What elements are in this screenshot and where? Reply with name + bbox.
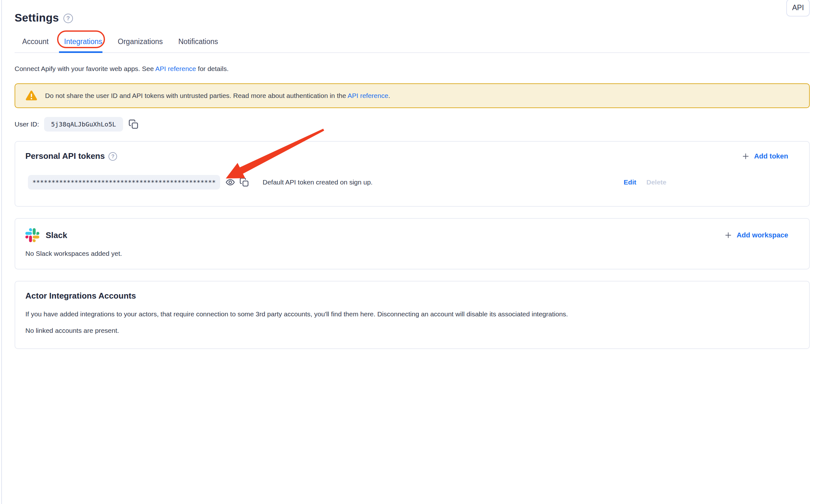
token-actions: Edit Delete <box>624 178 666 186</box>
slack-card-header: Slack Add workspace <box>25 228 796 242</box>
actor-integrations-card: Actor Integrations Accounts If you have … <box>15 281 810 349</box>
token-description: Default API token created on sign up. <box>263 178 373 186</box>
slack-logo-icon <box>25 228 39 242</box>
masked-token-field[interactable]: ****************************************… <box>28 175 220 190</box>
tab-notifications[interactable]: Notifications <box>171 33 226 52</box>
slack-title-wrap: Slack <box>25 228 67 242</box>
edit-token-button[interactable]: Edit <box>624 178 636 186</box>
title-row: Settings ? <box>15 11 810 24</box>
tokens-card-title: Personal API tokens <box>25 151 105 161</box>
personal-api-tokens-card: Personal API tokens ? Add token ********… <box>15 141 810 207</box>
warning-text-after: . <box>388 92 390 99</box>
slack-card: Slack Add workspace No Slack workspaces … <box>15 218 810 269</box>
user-id-row: User ID: 5j38qALJbGuXhLo5L <box>15 117 810 132</box>
warning-icon <box>25 90 37 101</box>
tab-account[interactable]: Account <box>15 33 56 52</box>
warning-text: Do not share the user ID and API tokens … <box>45 92 390 100</box>
actor-card-empty-text: No linked accounts are present. <box>25 327 796 334</box>
add-workspace-button[interactable]: Add workspace <box>724 231 788 239</box>
settings-help-icon[interactable]: ? <box>63 14 73 23</box>
warning-text-before: Do not share the user ID and API tokens … <box>45 92 347 99</box>
tokens-help-icon[interactable]: ? <box>108 152 117 161</box>
tab-integrations-label: Integrations <box>64 37 102 46</box>
api-button[interactable]: API <box>786 0 810 16</box>
tokens-card-header: Personal API tokens ? Add token <box>25 151 796 161</box>
warning-banner: Do not share the user ID and API tokens … <box>15 83 810 108</box>
add-token-button[interactable]: Add token <box>742 152 788 160</box>
eye-icon <box>225 177 235 187</box>
actor-card-title: Actor Integrations Accounts <box>25 291 796 301</box>
api-reference-link[interactable]: API reference <box>155 65 196 72</box>
add-workspace-label: Add workspace <box>737 231 788 239</box>
intro-text-after: for details. <box>196 65 229 72</box>
show-token-button[interactable] <box>225 177 235 187</box>
page-title: Settings <box>15 11 59 24</box>
tab-integrations[interactable]: Integrations <box>56 33 110 52</box>
add-token-label: Add token <box>754 152 788 160</box>
token-row: ****************************************… <box>25 175 796 190</box>
copy-icon <box>128 119 139 130</box>
user-id-value[interactable]: 5j38qALJbGuXhLo5L <box>44 117 123 132</box>
warning-api-reference-link[interactable]: API reference <box>347 92 388 99</box>
slack-empty-text: No Slack workspaces added yet. <box>25 250 796 257</box>
settings-page: Settings ? API Account Integrations Orga… <box>15 0 810 349</box>
intro-text-before: Connect Apify with your favorite web app… <box>15 65 155 72</box>
copy-icon <box>239 177 249 187</box>
user-id-label: User ID: <box>15 120 39 128</box>
copy-user-id-button[interactable] <box>128 119 139 130</box>
intro-text: Connect Apify with your favorite web app… <box>15 65 810 73</box>
left-edge-divider <box>1 0 2 504</box>
actor-card-description: If you have added integrations to your a… <box>25 310 796 318</box>
slack-card-title: Slack <box>46 230 67 240</box>
plus-icon <box>724 231 732 239</box>
tab-organizations[interactable]: Organizations <box>110 33 171 52</box>
delete-token-button: Delete <box>646 178 666 186</box>
plus-icon <box>742 152 750 160</box>
tab-bar: Account Integrations Organizations Notif… <box>15 33 810 53</box>
copy-token-button[interactable] <box>239 177 249 187</box>
